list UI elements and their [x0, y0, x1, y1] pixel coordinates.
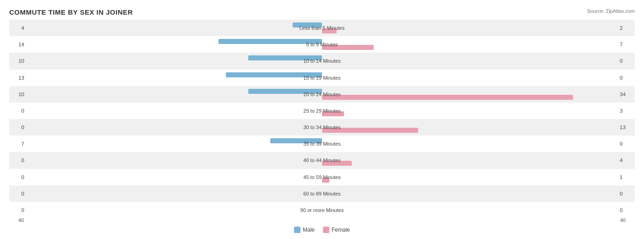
bar-section: 45 to 59 Minutes	[27, 169, 617, 185]
female-value: 13	[617, 125, 635, 130]
bar-section: 25 to 29 Minutes	[27, 103, 617, 119]
axis-left-label: 40	[18, 217, 24, 223]
bar-section: Less than 5 Minutes	[27, 20, 617, 36]
male-value: 4	[9, 25, 27, 31]
table-row: 060 to 89 Minutes0	[9, 185, 635, 202]
female-value: 4	[617, 158, 635, 163]
legend-male: Male	[294, 227, 315, 233]
table-row: 1010 to 14 Minutes0	[9, 53, 635, 69]
male-value: 10	[9, 58, 27, 64]
table-row: 735 to 39 Minutes0	[9, 136, 635, 152]
row-center-label: Less than 5 Minutes	[300, 25, 344, 31]
table-row: 1020 to 24 Minutes34	[9, 86, 635, 103]
male-legend-box	[294, 227, 300, 233]
female-value: 2	[617, 25, 635, 31]
table-row: 145 to 9 Minutes7	[9, 36, 635, 53]
bar-section: 10 to 14 Minutes	[27, 53, 617, 69]
male-value: 0	[9, 125, 27, 130]
source-label: Source: ZipAtlas.com	[587, 8, 635, 14]
row-center-label: 40 to 44 Minutes	[303, 158, 340, 163]
chart-container: COMMUTE TIME BY SEX IN JOINER Source: Zi…	[0, 0, 644, 239]
male-value: 0	[9, 174, 27, 180]
female-value: 0	[617, 191, 635, 196]
female-bar	[322, 95, 573, 100]
row-center-label: 10 to 14 Minutes	[303, 58, 340, 64]
row-center-label: 90 or more Minutes	[300, 207, 344, 213]
chart-title: COMMUTE TIME BY SEX IN JOINER	[9, 8, 635, 16]
row-center-label: 45 to 59 Minutes	[303, 174, 340, 180]
table-row: 040 to 44 Minutes4	[9, 152, 635, 168]
table-row: 4Less than 5 Minutes2	[9, 20, 635, 36]
bar-section: 90 or more Minutes	[27, 202, 617, 218]
female-value: 34	[617, 92, 635, 97]
legend-female: Female	[323, 227, 350, 233]
table-row: 1315 to 19 Minutes0	[9, 70, 635, 86]
bar-section: 20 to 24 Minutes	[27, 86, 617, 103]
bar-section: 30 to 34 Minutes	[27, 119, 617, 136]
bar-section: 35 to 39 Minutes	[27, 136, 617, 152]
table-row: 090 or more Minutes0	[9, 202, 635, 218]
female-value: 0	[617, 207, 635, 213]
table-row: 045 to 59 Minutes1	[9, 169, 635, 185]
bar-section: 40 to 44 Minutes	[27, 152, 617, 168]
female-value: 0	[617, 58, 635, 64]
female-value: 0	[617, 75, 635, 81]
male-legend-label: Male	[303, 227, 315, 233]
table-row: 030 to 34 Minutes13	[9, 119, 635, 136]
table-row: 025 to 29 Minutes3	[9, 103, 635, 119]
male-value: 10	[9, 92, 27, 97]
female-legend-box	[323, 227, 329, 233]
female-legend-label: Female	[332, 227, 350, 233]
male-value: 0	[9, 191, 27, 196]
row-center-label: 35 to 39 Minutes	[303, 141, 340, 147]
bar-section: 15 to 19 Minutes	[27, 70, 617, 86]
chart-body: 4Less than 5 Minutes2145 to 9 Minutes710…	[9, 20, 635, 218]
male-value: 0	[9, 158, 27, 163]
bar-section: 60 to 89 Minutes	[27, 185, 617, 202]
male-value: 14	[9, 42, 27, 47]
row-center-label: 20 to 24 Minutes	[303, 92, 340, 97]
bar-section: 5 to 9 Minutes	[27, 36, 617, 53]
axis-right-label: 40	[620, 217, 626, 223]
female-value: 7	[617, 42, 635, 47]
row-center-label: 5 to 9 Minutes	[306, 42, 338, 47]
male-value: 0	[9, 108, 27, 114]
male-value: 7	[9, 141, 27, 147]
male-value: 0	[9, 207, 27, 213]
row-center-label: 60 to 89 Minutes	[303, 191, 340, 196]
female-value: 1	[617, 174, 635, 180]
male-value: 13	[9, 75, 27, 81]
row-center-label: 25 to 29 Minutes	[303, 108, 340, 114]
legend: Male Female	[294, 227, 350, 233]
row-center-label: 15 to 19 Minutes	[303, 75, 340, 81]
female-value: 3	[617, 108, 635, 114]
row-center-label: 30 to 34 Minutes	[303, 125, 340, 130]
female-value: 0	[617, 141, 635, 147]
